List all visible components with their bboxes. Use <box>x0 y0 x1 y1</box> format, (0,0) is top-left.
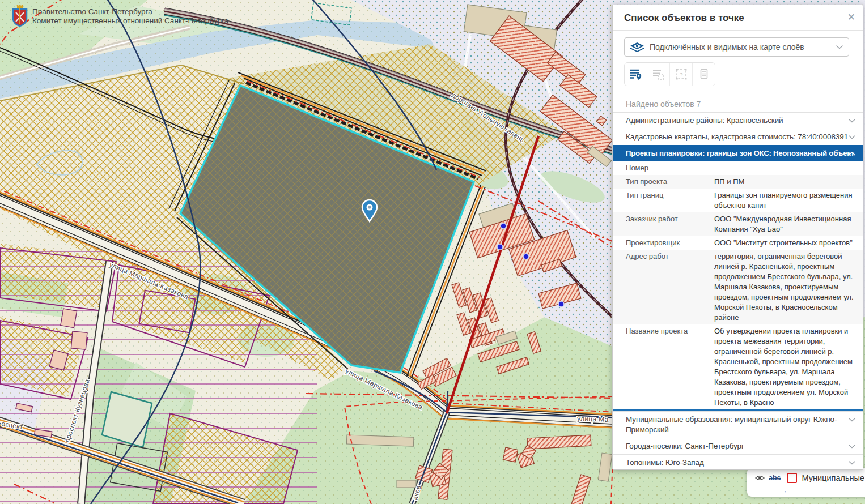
chevron-down-icon <box>849 461 855 465</box>
spb-coat-of-arms-icon <box>11 5 28 27</box>
panel-title: Список объектов в точке <box>624 12 744 23</box>
gov-text-line2: Комитет имущественных отношений Санкт-Пе… <box>32 16 228 25</box>
detail-row: Номер <box>613 161 863 175</box>
report-button[interactable] <box>693 63 715 86</box>
government-logo: Правительство Санкт-Петербурга Комитет и… <box>11 5 228 27</box>
eye-icon[interactable] <box>755 475 765 481</box>
detail-row: Тип проектаПП и ПМ <box>613 175 863 189</box>
list-item-toponyms[interactable]: Топонимы: Юго-Запад <box>613 454 863 470</box>
legend-swatch-red-square <box>787 473 797 483</box>
chevron-down-icon <box>836 45 843 49</box>
list-item-planning-project-selected[interactable]: Проекты планировки: границы зон ОКС: Нео… <box>613 145 863 161</box>
chevron-down-icon <box>849 135 855 139</box>
app-screen: улица Маршала Казакова улица Маршала Каз… <box>0 0 865 504</box>
results-toolbar: ? <box>624 62 715 86</box>
object-details-table: Номер Тип проектаПП и ПМ Тип границГрани… <box>613 161 863 411</box>
list-by-rect-button[interactable] <box>647 63 670 86</box>
svg-text:?: ? <box>680 71 682 78</box>
document-icon <box>698 68 710 80</box>
detail-row: ПроектировщикООО "Институт строительных … <box>613 236 863 250</box>
layers-filter-label: Подключённых и видимых на карте слоёв <box>650 42 836 52</box>
list-item-cities[interactable]: Города-поселки: Санкт-Петербург <box>613 438 863 454</box>
list-by-point-button[interactable] <box>625 63 647 86</box>
objects-at-point-panel: Список объектов в точке ✕ Подключённых и… <box>612 5 863 470</box>
panel-header: Список объектов в точке ✕ <box>613 5 863 31</box>
legend-item-label: Муниципальные обр <box>802 473 865 482</box>
layers-filter-dropdown[interactable]: Подключённых и видимых на карте слоёв <box>624 37 849 57</box>
list-pin-icon <box>630 69 642 80</box>
street-label-ulitsa-ma: улица Ма <box>577 415 609 424</box>
results-list: Административные районы: Красносельский … <box>613 112 863 470</box>
question-rect-icon: ? <box>675 68 688 80</box>
gov-text-line1: Правительство Санкт-Петербурга <box>32 7 228 16</box>
list-item-municipal[interactable]: Муниципальные образования: муниципальный… <box>613 411 863 438</box>
identify-rect-button[interactable]: ? <box>670 63 693 86</box>
chevron-down-icon <box>849 445 855 449</box>
list-item-admin-district[interactable]: Административные районы: Красносельский <box>613 112 863 129</box>
list-rect-icon <box>652 69 665 80</box>
chevron-down-icon <box>849 418 855 422</box>
detail-row: Заказчик работООО "Международная Инвести… <box>613 212 863 236</box>
detail-row: Тип границГраницы зон планируемого разме… <box>613 189 863 212</box>
legend-row-partial: ‚ – <box>755 486 865 493</box>
chevron-up-icon <box>849 152 855 156</box>
layers-icon <box>630 42 644 52</box>
list-item-cadastral-quarter[interactable]: Кадастровые кварталы, кадастровая стоимо… <box>613 129 863 145</box>
chevron-down-icon <box>849 119 855 123</box>
labels-toggle[interactable]: abc <box>769 474 781 482</box>
detail-row: Название проектаОб утверждении проекта п… <box>613 324 863 409</box>
detail-row: Адрес работтерритория, ограниченная бере… <box>613 250 863 324</box>
close-icon[interactable]: ✕ <box>847 11 855 23</box>
map-legend: abc Муниципальные обр ‚ – <box>747 468 865 497</box>
results-count: Найдено объектов 7 <box>613 100 863 109</box>
